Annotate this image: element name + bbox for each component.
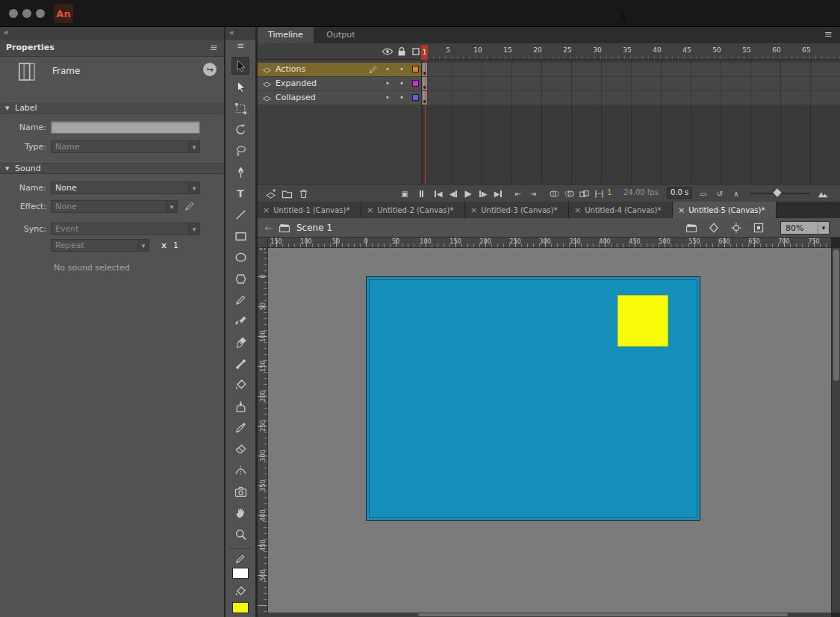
lock-all-layers-icon[interactable] xyxy=(396,46,408,58)
layer-lock-dot[interactable]: • xyxy=(398,91,405,105)
center-stage-button[interactable] xyxy=(730,222,742,234)
step-forward-button[interactable]: ▶ xyxy=(476,187,490,199)
properties-panel-menu-icon[interactable]: ≡ xyxy=(210,42,218,53)
center-frame-button[interactable]: ▣ xyxy=(398,187,411,199)
document-tab-4[interactable]: ×Untitled-4 (Canvas)* xyxy=(569,202,673,218)
eraser-tool[interactable] xyxy=(231,440,249,458)
close-window-button[interactable] xyxy=(9,9,18,18)
close-tab-icon[interactable]: × xyxy=(367,205,373,215)
layer-row-collapsed[interactable]: Collapsed•• xyxy=(258,91,421,105)
previous-keyframe-button[interactable]: ⇤ xyxy=(511,187,525,199)
maximize-window-button[interactable] xyxy=(36,9,45,18)
edit-multiple-frames-button[interactable] xyxy=(577,187,591,199)
width-tool[interactable] xyxy=(231,462,249,480)
camera-tool[interactable] xyxy=(231,483,249,500)
back-button[interactable]: ← xyxy=(262,221,276,235)
oval-tool[interactable] xyxy=(231,249,249,267)
3d-rotation-tool[interactable] xyxy=(231,121,249,139)
elapsed-time-indicator[interactable]: 0.0 s xyxy=(667,187,692,199)
text-tool[interactable]: T xyxy=(231,185,249,202)
timeline-ruler[interactable]: 1 5101520253035404550556065 xyxy=(258,43,840,60)
close-tab-icon[interactable]: × xyxy=(678,205,685,215)
line-tool[interactable] xyxy=(231,206,249,224)
delete-layer-button[interactable] xyxy=(296,187,310,199)
paint-brush-tool[interactable] xyxy=(231,334,249,352)
document-tab-3[interactable]: ×Untitled-3 (Canvas)* xyxy=(465,202,569,218)
step-back-button[interactable]: ◀ xyxy=(447,187,460,199)
sound-sync-dropdown[interactable]: Event ▾ xyxy=(51,223,200,235)
reset-timeline-zoom-button[interactable]: ↺ xyxy=(713,187,727,199)
close-tab-icon[interactable]: × xyxy=(574,205,581,215)
layer-visibility-dot[interactable]: • xyxy=(384,77,391,90)
label-type-dropdown[interactable]: Name ▾ xyxy=(51,140,200,153)
layer-lock-dot[interactable]: • xyxy=(398,77,405,90)
yellow-rectangle[interactable] xyxy=(617,295,668,347)
horizontal-scrollbar-thumb[interactable] xyxy=(418,613,788,616)
document-tab-5[interactable]: ×Untitled-5 (Canvas)* xyxy=(673,202,777,218)
timeline-zoom-slider[interactable] xyxy=(750,193,810,194)
layer-outline-color-swatch[interactable] xyxy=(412,80,419,87)
close-tab-icon[interactable]: × xyxy=(263,205,270,215)
edit-sound-effect-icon[interactable] xyxy=(184,200,196,212)
sound-section-header[interactable]: ▼ Sound xyxy=(0,161,224,174)
rectangle-tool[interactable] xyxy=(231,227,249,245)
brush-tool[interactable] xyxy=(231,312,249,330)
horizontal-scrollbar[interactable] xyxy=(258,613,831,617)
polystar-tool[interactable] xyxy=(231,270,249,288)
layer-outline-color-swatch[interactable] xyxy=(412,66,419,72)
timeline-options-button[interactable]: ∧ xyxy=(729,187,743,199)
swap-button[interactable]: ↪ xyxy=(203,63,217,76)
tab-timeline[interactable]: Timeline xyxy=(258,27,314,43)
layer-lock-dot[interactable]: • xyxy=(398,63,405,76)
subselection-tool[interactable] xyxy=(231,78,249,96)
pen-tool[interactable] xyxy=(231,164,249,182)
eyedropper-tool[interactable] xyxy=(231,419,249,437)
frame-rate-indicator[interactable]: 24.00 fps xyxy=(623,188,659,196)
layer-row-expanded[interactable]: Expanded•• xyxy=(258,77,421,90)
layer-frames-collapsed[interactable] xyxy=(422,91,840,105)
onion-skin-outlines-button[interactable] xyxy=(562,187,576,199)
tab-properties[interactable]: Properties xyxy=(6,43,55,52)
document-tab-2[interactable]: ×Untitled-2 (Canvas)* xyxy=(361,202,465,218)
tab-output[interactable]: Output xyxy=(316,27,365,43)
vertical-scrollbar-thumb[interactable] xyxy=(833,249,839,381)
sound-repeat-dropdown[interactable]: Repeat ▾ xyxy=(51,239,149,252)
timeline-frames-area[interactable] xyxy=(421,60,840,184)
collapse-panel-icon[interactable]: « xyxy=(4,28,9,37)
layer-visibility-dot[interactable]: • xyxy=(384,63,391,76)
free-transform-tool[interactable] xyxy=(231,99,249,117)
playhead[interactable]: 1 xyxy=(421,45,428,60)
canvas-pasteboard[interactable] xyxy=(268,248,831,613)
pencil-tool[interactable] xyxy=(231,291,249,309)
label-section-header[interactable]: ▼ Label xyxy=(0,101,224,114)
fill-color-swatch[interactable] xyxy=(232,602,249,613)
next-keyframe-button[interactable]: ⇥ xyxy=(526,187,540,199)
close-tab-icon[interactable]: × xyxy=(470,205,477,215)
ink-bottle-tool[interactable] xyxy=(231,397,249,415)
new-folder-button[interactable] xyxy=(280,187,293,199)
stroke-color-swatch[interactable] xyxy=(232,568,249,579)
repeat-count-value[interactable]: 1 xyxy=(173,241,178,250)
show-hide-all-layers-icon[interactable] xyxy=(382,46,393,58)
onion-skin-button[interactable] xyxy=(547,187,561,199)
scene-name[interactable]: Scene 1 xyxy=(296,218,332,238)
bone-tool[interactable] xyxy=(231,355,249,373)
go-to-first-frame-button[interactable]: ◀ xyxy=(432,187,445,199)
new-layer-button[interactable] xyxy=(264,187,277,199)
play-button[interactable]: ▶ xyxy=(461,187,475,199)
current-frame-indicator[interactable]: 1 xyxy=(607,188,612,196)
hand-tool[interactable] xyxy=(231,504,249,522)
sound-name-dropdown[interactable]: None ▾ xyxy=(51,182,200,194)
layer-visibility-dot[interactable]: • xyxy=(384,91,391,105)
go-to-last-frame-button[interactable]: ▶ xyxy=(491,187,505,199)
layer-frames-expanded[interactable] xyxy=(422,77,840,90)
layer-frames-actions[interactable] xyxy=(422,63,840,76)
outline-all-layers-icon[interactable] xyxy=(410,46,422,58)
edit-symbols-button[interactable] xyxy=(708,222,720,234)
layer-row-actions[interactable]: Actions•• xyxy=(258,63,421,76)
layer-outline-color-swatch[interactable] xyxy=(412,94,419,101)
stage[interactable] xyxy=(366,276,700,521)
vertical-scrollbar[interactable] xyxy=(831,248,840,613)
zoom-tool[interactable] xyxy=(231,525,249,543)
edit-scene-button[interactable] xyxy=(685,222,697,234)
